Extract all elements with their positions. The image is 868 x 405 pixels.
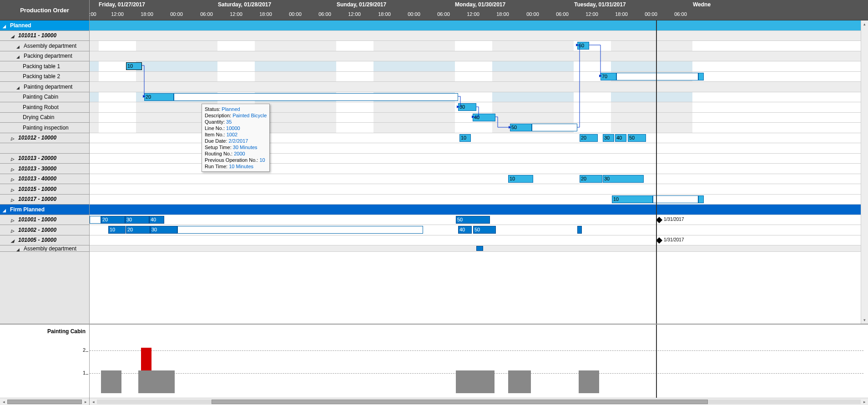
tree-order-101015[interactable]: 101015 - 10000 bbox=[0, 184, 89, 195]
chart-horizontal-scrollbar[interactable]: ◂ ▸ bbox=[90, 398, 868, 405]
scroll-down-icon[interactable]: ▾ bbox=[861, 316, 868, 324]
gantt-bar[interactable]: 30 bbox=[603, 134, 614, 142]
tree-group-firmplanned[interactable]: Firm Planned bbox=[0, 205, 89, 215]
hour-label: 00:00 bbox=[526, 11, 539, 17]
vertical-scrollbar[interactable]: ▴ ▾ bbox=[861, 20, 868, 324]
chevron-down-icon[interactable] bbox=[16, 84, 22, 90]
gantt-bar[interactable]: 50 bbox=[473, 226, 496, 234]
chevron-down-icon[interactable] bbox=[16, 246, 22, 251]
tree-dept-painting[interactable]: Painting department bbox=[0, 82, 89, 92]
chevron-down-icon[interactable] bbox=[11, 237, 16, 243]
scroll-right-icon[interactable]: ▸ bbox=[82, 398, 89, 405]
gantt-bar[interactable]: 50 bbox=[456, 216, 490, 224]
gantt-bar[interactable]: 20 bbox=[101, 216, 125, 224]
chevron-right-icon[interactable] bbox=[11, 217, 16, 222]
gantt-bar-white[interactable] bbox=[90, 216, 101, 224]
gantt-bar[interactable]: 40 bbox=[458, 226, 472, 234]
gantt-bar[interactable] bbox=[698, 73, 704, 80]
milestone-icon[interactable] bbox=[656, 216, 662, 223]
gantt-bar[interactable]: 30 bbox=[125, 216, 149, 224]
tree-group-planned[interactable]: Planned bbox=[0, 20, 89, 31]
chevron-right-icon[interactable] bbox=[11, 135, 16, 140]
gantt-bar[interactable]: 20 bbox=[126, 226, 150, 234]
tree-order-blank[interactable] bbox=[0, 143, 89, 154]
chevron-down-icon[interactable] bbox=[16, 43, 22, 49]
tree-order-101013-2[interactable]: 101013 - 20000 bbox=[0, 154, 89, 164]
tree-header: Production Order bbox=[0, 0, 89, 20]
day-label: Tuesday, 01/31/2017 bbox=[574, 1, 626, 8]
tree-resource-packing2[interactable]: Packing table 2 bbox=[0, 72, 89, 82]
tree-dept-packing[interactable]: Packing department bbox=[0, 51, 89, 62]
day-label: Saturday, 01/28/2017 bbox=[218, 1, 271, 8]
chevron-down-icon[interactable] bbox=[3, 23, 8, 28]
gantt-bar[interactable] bbox=[476, 246, 483, 251]
gantt-bar[interactable]: 30 bbox=[150, 226, 177, 234]
gantt-bar-white[interactable] bbox=[532, 124, 577, 131]
gantt-bar-white[interactable] bbox=[174, 93, 458, 101]
gantt-bar[interactable]: 10 bbox=[508, 175, 533, 183]
chevron-right-icon[interactable] bbox=[11, 176, 16, 181]
chart-body[interactable]: 60 10 70 20 bbox=[90, 20, 868, 324]
tree-resource-packing1[interactable]: Packing table 1 bbox=[0, 61, 89, 72]
gantt-bar[interactable]: 20 bbox=[580, 175, 602, 183]
histo-bar bbox=[456, 370, 495, 393]
gantt-bar[interactable]: 40 bbox=[149, 216, 164, 224]
gantt-bar[interactable]: 10 bbox=[612, 195, 653, 203]
gantt-bar-40[interactable]: 40 bbox=[473, 114, 495, 121]
tree-order-101013-3[interactable]: 101013 - 30000 bbox=[0, 164, 89, 174]
gantt-bar-white[interactable] bbox=[177, 226, 423, 234]
gantt-bar[interactable]: 40 bbox=[615, 134, 626, 142]
scroll-left-icon[interactable]: ◂ bbox=[90, 398, 97, 405]
scroll-right-icon[interactable]: ▸ bbox=[861, 398, 868, 405]
tree-resource-paintingrobot[interactable]: Painting Robot bbox=[0, 102, 89, 113]
histogram-chart[interactable] bbox=[90, 325, 868, 398]
tree-order-101001[interactable]: 101001 - 10000 bbox=[0, 215, 89, 225]
tree-dept-assembly2[interactable]: Assembly department bbox=[0, 245, 89, 252]
gantt-bar-10-selected[interactable]: 10 bbox=[126, 62, 142, 70]
tree-order-101017[interactable]: 101017 - 10000 bbox=[0, 195, 89, 205]
tree-order-101005[interactable]: 101005 - 10000 bbox=[0, 235, 89, 246]
chevron-right-icon[interactable] bbox=[11, 227, 16, 233]
histogram-title: Painting Cabin bbox=[47, 328, 86, 335]
tree-order-101013-4[interactable]: 101013 - 40000 bbox=[0, 174, 89, 185]
gantt-bar-20[interactable]: 20 bbox=[144, 93, 174, 101]
gantt-bar-white[interactable] bbox=[616, 73, 698, 80]
gantt-bar[interactable] bbox=[698, 195, 704, 203]
chevron-right-icon[interactable] bbox=[11, 155, 16, 161]
histogram-area: Painting Cabin 2 1 – – bbox=[0, 324, 868, 398]
tree-resource-paintingcabin[interactable]: Painting Cabin bbox=[0, 92, 89, 103]
tree-resource-dryingcabin[interactable]: Drying Cabin bbox=[0, 113, 89, 123]
gantt-bar[interactable]: 50 bbox=[628, 134, 646, 142]
chevron-down-icon[interactable] bbox=[3, 207, 8, 212]
hour-label: :00 bbox=[90, 11, 96, 17]
gantt-bar[interactable]: 10 bbox=[459, 134, 471, 142]
gantt-bar[interactable]: 30 bbox=[603, 175, 644, 183]
y-axis-label: 2 bbox=[83, 347, 86, 353]
milestone-icon[interactable] bbox=[656, 237, 662, 243]
tree-order-101002[interactable]: 101002 - 10000 bbox=[0, 225, 89, 235]
histo-bar bbox=[579, 370, 599, 393]
chevron-down-icon[interactable] bbox=[11, 33, 16, 38]
gantt-bar-70[interactable]: 70 bbox=[601, 73, 616, 80]
gantt-bar-60[interactable]: 60 bbox=[577, 42, 589, 50]
chevron-right-icon[interactable] bbox=[11, 166, 16, 171]
gantt-bar[interactable] bbox=[577, 226, 582, 234]
gantt-bar-50[interactable]: 50 bbox=[510, 124, 532, 131]
tree-horizontal-scrollbar[interactable]: ◂ ▸ bbox=[0, 398, 89, 405]
tree-order-101011[interactable]: 101011 - 10000 bbox=[0, 31, 89, 41]
gantt-bar-white[interactable] bbox=[653, 195, 698, 203]
chart-row bbox=[90, 184, 868, 195]
hour-label: 00:00 bbox=[289, 11, 302, 17]
tree-order-101012[interactable]: 101012 - 10000 bbox=[0, 133, 89, 144]
gantt-bar-30[interactable]: 30 bbox=[458, 103, 476, 111]
tree-dept-assembly[interactable]: Assembly department bbox=[0, 41, 89, 51]
tooltip: Status: Planned Description: Painted Bic… bbox=[202, 104, 270, 172]
gantt-bar[interactable]: 20 bbox=[580, 134, 598, 142]
tree-resource-paintinginspection[interactable]: Painting inspection bbox=[0, 123, 89, 133]
chevron-right-icon[interactable] bbox=[11, 196, 16, 202]
gantt-bar[interactable]: 10 bbox=[108, 226, 126, 234]
scroll-up-icon[interactable]: ▴ bbox=[861, 20, 868, 28]
chevron-right-icon[interactable] bbox=[11, 186, 16, 192]
scroll-left-icon[interactable]: ◂ bbox=[0, 398, 7, 405]
chevron-down-icon[interactable] bbox=[16, 53, 22, 59]
